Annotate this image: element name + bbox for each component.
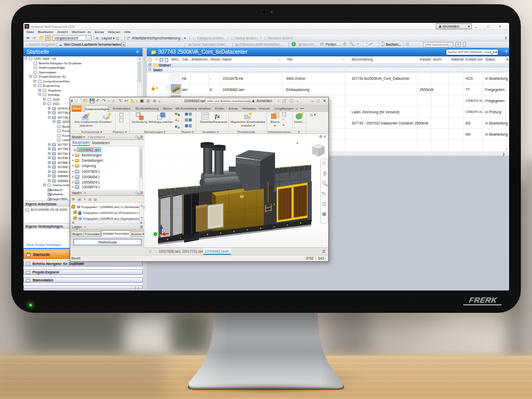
svg-text:A: A (178, 119, 180, 122)
